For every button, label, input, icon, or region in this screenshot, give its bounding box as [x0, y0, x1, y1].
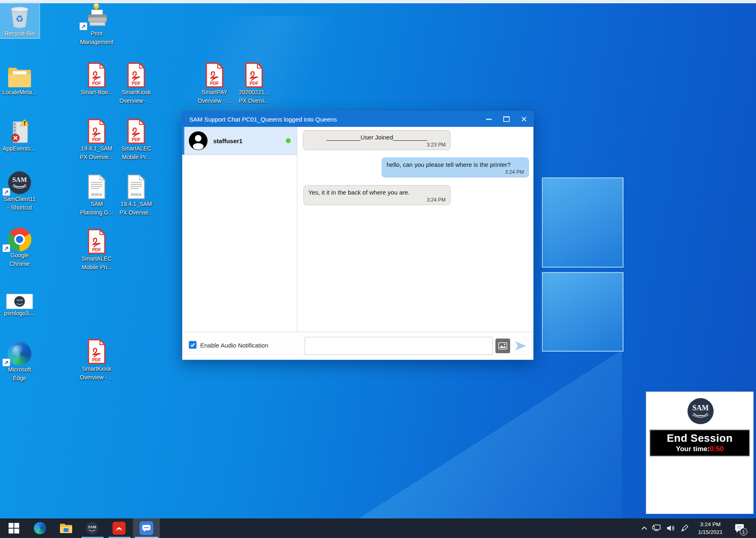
- close-button[interactable]: [517, 111, 531, 127]
- attach-image-button[interactable]: [495, 339, 510, 353]
- contact-name: staffuser1: [213, 137, 243, 144]
- svg-text:PDF: PDF: [250, 81, 259, 86]
- message-timestamp: 3:24 PM: [387, 169, 524, 175]
- audio-notification-label: Enable Audio Notification: [200, 342, 268, 349]
- notification-badge: 1: [740, 528, 747, 536]
- desktop-icon-smartkiosk-pdf-2[interactable]: PDF SmartKiosk Overview - ...: [77, 338, 116, 382]
- image-file-icon: SAM: [0, 282, 39, 309]
- desktop-icon-smartalec-mobile-pdf[interactable]: PDF SmartALEC Mobile Pri...: [77, 228, 116, 272]
- online-status-dot: [286, 138, 291, 143]
- wallpaper-beam-glow: [359, 350, 622, 518]
- pdf-file-icon: PDF: [117, 117, 156, 144]
- desktop-icon-edge[interactable]: Microsoft Edge: [0, 339, 39, 383]
- svg-text:SAM: SAM: [12, 176, 27, 183]
- desktop-icon-smartalec-mobile-pdf-2[interactable]: PDF SmartALEC Mobile Pr...: [117, 117, 156, 162]
- clock-time: 3:24 PM: [690, 520, 731, 528]
- speaker-icon: [666, 525, 675, 532]
- docx-file-icon: DOCX: [77, 173, 116, 200]
- message-bubble-system: __________User Joined__________ 3:23 PM: [303, 130, 451, 150]
- svg-text:DOCX: DOCX: [91, 193, 102, 197]
- contact-row-staffuser1[interactable]: staffuser1: [182, 127, 297, 155]
- shortcut-arrow-icon: [2, 188, 10, 196]
- windows-logo-icon: [8, 523, 20, 534]
- pdf-file-icon: PDF: [117, 61, 156, 88]
- desktop-icon-smart-boo-pdf[interactable]: PDF Smart-Boo...: [77, 61, 116, 97]
- session-timer: Your time:0:50: [650, 445, 749, 453]
- sam-logo-icon: SAM: [687, 398, 714, 426]
- pdf-file-icon: PDF: [77, 228, 116, 255]
- pdf-file-icon: PDF: [234, 61, 274, 88]
- taskbar-clock[interactable]: 3:24 PM 1/15/2021: [690, 520, 731, 536]
- svg-text:SAM: SAM: [88, 525, 97, 529]
- acrobat-icon: [113, 522, 126, 535]
- contact-list-panel: staffuser1: [182, 127, 297, 332]
- send-button[interactable]: [513, 339, 528, 352]
- audio-notification-checkbox[interactable]: [189, 341, 197, 349]
- svg-text:SAM: SAM: [692, 404, 709, 412]
- ethernet-network-icon: [652, 524, 661, 532]
- edge-icon: [34, 522, 46, 534]
- window-title: SAM Support Chat PC01_Queens logged into…: [189, 116, 337, 123]
- tray-pen-icon[interactable]: [678, 518, 691, 538]
- desktop-icon-print-management[interactable]: Print Management: [77, 2, 116, 46]
- desktop-icon-chrome[interactable]: Google Chrome: [0, 224, 39, 268]
- desktop-icon-localemeta[interactable]: LocaleMeta...: [0, 61, 39, 97]
- svg-text:PDF: PDF: [210, 81, 219, 86]
- desktop-icon-20200221-pdf[interactable]: PDF 20200221... PX Overvi...: [234, 61, 274, 105]
- message-bubble-incoming: Yes, it it in the back of where you are.…: [303, 185, 451, 205]
- desktop-icon-appevents[interactable]: AppEvents....: [0, 117, 39, 153]
- desktop-icon-1941-sam-px-docx[interactable]: DOCX 19.4.1_SAM PX Overvie...: [117, 173, 156, 217]
- end-session-button[interactable]: End Session Your time:0:50: [650, 430, 750, 456]
- folder-icon: [0, 61, 39, 88]
- chat-window-titlebar[interactable]: SAM Support Chat PC01_Queens logged into…: [182, 111, 533, 127]
- svg-text:PDF: PDF: [92, 137, 101, 142]
- image-icon: [498, 342, 507, 350]
- check-icon: [190, 342, 195, 348]
- svg-text:DOCX: DOCX: [131, 193, 141, 197]
- message-timestamp: 3:24 PM: [308, 197, 446, 203]
- chat-app-icon: [139, 521, 153, 535]
- chrome-icon: [0, 224, 39, 251]
- clock-date: 1/15/2021: [690, 528, 731, 536]
- docx-file-icon: DOCX: [117, 173, 156, 200]
- desktop-icon-recycle-bin[interactable]: ♻ Recycle Bin: [0, 2, 39, 38]
- screen: { "desktop": { "icons": [ {"label1":"Rec…: [0, 0, 756, 538]
- edge-icon: [0, 339, 39, 365]
- chat-bottom-bar: Enable Audio Notification: [182, 332, 533, 359]
- timer-value: 0:50: [710, 445, 723, 453]
- log-notebook-icon: [0, 117, 39, 144]
- taskbar-file-explorer-button[interactable]: [57, 518, 75, 538]
- recycle-bin-icon: ♻: [0, 2, 39, 29]
- maximize-button[interactable]: [500, 111, 513, 127]
- avatar-icon: [188, 131, 208, 152]
- desktop-icon-smartpay-pdf[interactable]: PDF SmartPAY Overview - ...: [195, 61, 234, 105]
- taskbar-sam-button[interactable]: SAM: [83, 518, 101, 538]
- desktop-icon-psmlogo[interactable]: SAM psmlogo3....: [0, 282, 39, 318]
- message-input[interactable]: [305, 337, 493, 355]
- minimize-button[interactable]: [482, 111, 495, 127]
- tray-volume-icon[interactable]: [664, 518, 677, 538]
- shortcut-arrow-icon: [2, 244, 10, 252]
- pdf-file-icon: PDF: [77, 61, 116, 88]
- file-explorer-icon: [60, 523, 73, 534]
- svg-text:PDF: PDF: [92, 81, 101, 86]
- svg-text:PDF: PDF: [132, 137, 141, 142]
- svg-text:PDF: PDF: [92, 247, 101, 252]
- sam-logo-icon: SAM: [0, 168, 39, 195]
- sam-app-icon: SAM: [86, 522, 99, 535]
- taskbar-acrobat-button[interactable]: [110, 518, 128, 538]
- desktop-icon-sam-planning-docx[interactable]: DOCX SAM Planning G...: [77, 173, 116, 217]
- svg-text:SAM: SAM: [16, 299, 23, 302]
- chat-window: SAM Support Chat PC01_Queens logged into…: [182, 111, 534, 360]
- close-icon: [521, 116, 527, 122]
- pdf-file-icon: PDF: [77, 117, 116, 144]
- tray-network-icon[interactable]: [650, 518, 663, 538]
- tray-show-hidden-icons[interactable]: [638, 518, 650, 538]
- desktop-icon-samclient[interactable]: SAM SamClient11 - Shortcut: [0, 168, 39, 212]
- start-button[interactable]: [3, 518, 24, 538]
- taskbar-edge-button[interactable]: [31, 518, 49, 538]
- desktop-icon-1941-sam-px-pdf[interactable]: PDF 19.4.1_SAM PX Overvie...: [77, 117, 116, 162]
- taskbar-chat-button[interactable]: [137, 518, 156, 538]
- desktop-icon-smartkiosk-pdf-1[interactable]: PDF SmartKiosk Overview - ...: [117, 61, 156, 105]
- svg-text:♻: ♻: [15, 14, 24, 24]
